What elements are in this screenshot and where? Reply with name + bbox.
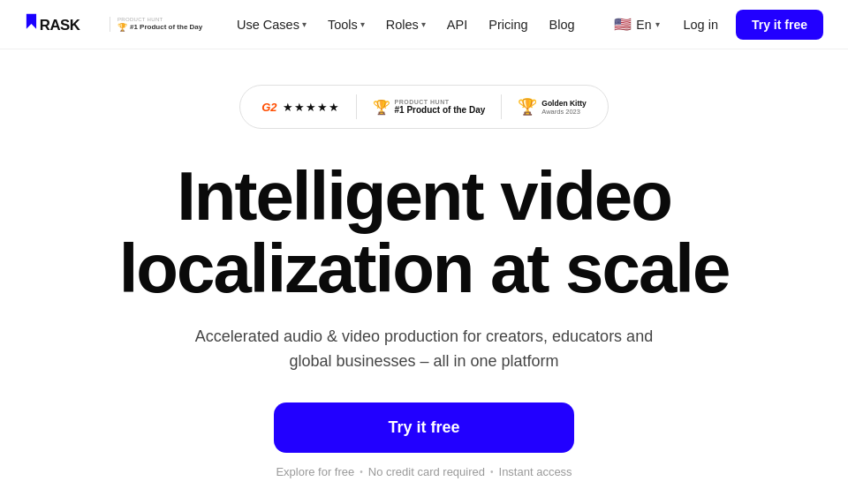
us-flag-icon: 🇺🇸 [614,16,632,33]
trophy-icon: 🏆 [117,23,127,33]
hero-subheading: Accelerated audio & video production for… [194,325,654,374]
rask-logo: RASK [25,12,99,37]
nav-try-free-button[interactable]: Try it free [736,10,823,40]
golden-kitty-label-top: Golden Kitty [541,99,587,108]
ph-award-label-top: PRODUCT HUNT [395,99,486,105]
hero-section: G2 ★★★★★ 🏆 PRODUCT HUNT #1 Product of th… [0,49,848,504]
tools-chevron-icon: ▾ [360,19,365,29]
nav-tools[interactable]: Tools ▾ [319,12,374,37]
use-cases-chevron-icon: ▾ [302,19,307,29]
hero-fine-print: Explore for free • No credit card requir… [276,465,572,478]
golden-kitty-icon: 🏆 [518,97,537,117]
award-divider-2 [501,94,502,119]
golden-kitty-label-bottom: Awards 2023 [541,108,587,116]
g2-stars: ★★★★★ [283,101,340,114]
ph-award-trophy-icon: 🏆 [373,99,390,116]
nav-center: Use Cases ▾ Tools ▾ Roles ▾ API Pricing … [228,12,584,37]
nav-left: RASK PRODUCT HUNT 🏆 #1 Product of the Da… [25,12,202,37]
dot-separator-2: • [490,467,494,477]
g2-logo: G2 [261,101,276,114]
golden-kitty-award: 🏆 Golden Kitty Awards 2023 [518,97,587,117]
nav-product-hunt-badge: PRODUCT HUNT 🏆 #1 Product of the Day [110,17,202,33]
ph-award-text: PRODUCT HUNT #1 Product of the Day [395,99,486,115]
ph-award: 🏆 PRODUCT HUNT #1 Product of the Day [373,99,486,116]
nav-roles[interactable]: Roles ▾ [377,12,435,37]
nav-use-cases[interactable]: Use Cases ▾ [228,12,315,37]
svg-text:RASK: RASK [40,16,80,33]
hero-try-free-button[interactable]: Try it free [274,402,574,453]
golden-kitty-text: Golden Kitty Awards 2023 [541,99,587,116]
roles-chevron-icon: ▾ [421,19,426,29]
awards-bar: G2 ★★★★★ 🏆 PRODUCT HUNT #1 Product of th… [239,85,609,129]
nav-api[interactable]: API [438,12,476,37]
language-selector[interactable]: 🇺🇸 En ▾ [609,12,665,36]
lang-chevron-icon: ▾ [655,19,660,29]
navbar: RASK PRODUCT HUNT 🏆 #1 Product of the Da… [0,0,848,49]
ph-badge-title: PRODUCT HUNT [117,17,202,23]
nav-blog[interactable]: Blog [541,12,584,37]
ph-badge-main: 🏆 #1 Product of the Day [117,23,202,33]
g2-award: G2 ★★★★★ [261,101,339,114]
login-button[interactable]: Log in [674,12,727,37]
dot-separator-1: • [360,467,363,477]
nav-pricing[interactable]: Pricing [480,12,536,37]
hero-heading: Intelligent video localization at scale [119,161,730,305]
ph-award-label-main: #1 Product of the Day [395,105,486,115]
award-divider-1 [356,94,357,119]
logo-wrapper[interactable]: RASK [25,12,99,37]
nav-right: 🇺🇸 En ▾ Log in Try it free [609,10,823,40]
